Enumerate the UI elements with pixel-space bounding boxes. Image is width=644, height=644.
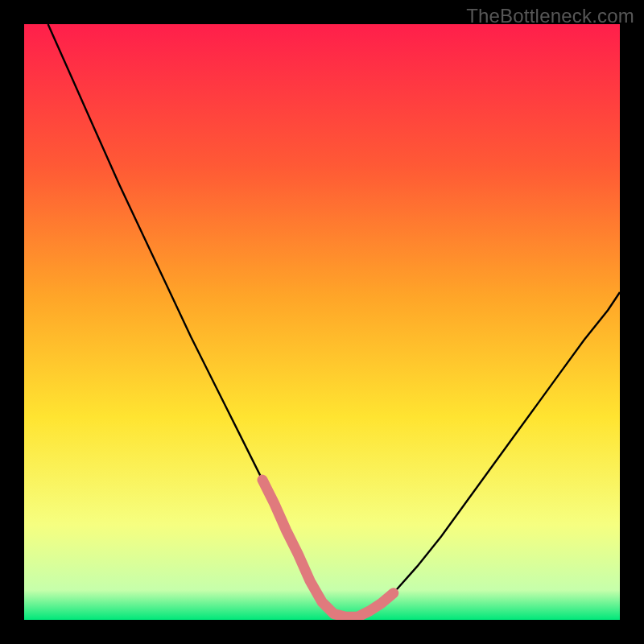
watermark-text: TheBottleneck.com [466,5,634,27]
plot-background [24,24,620,620]
chart-svg [0,0,644,644]
chart-container: TheBottleneck.com [0,0,644,644]
